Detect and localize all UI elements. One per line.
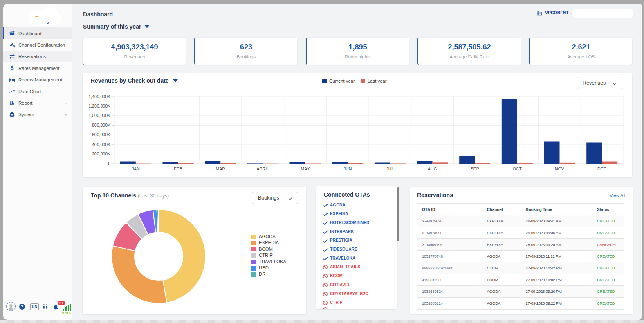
svg-text:AUG: AUG (428, 166, 437, 171)
svg-text:APRIL: APRIL (257, 166, 269, 171)
svg-text:JUL: JUL (386, 166, 394, 171)
svg-text:200,000K: 200,000K (92, 151, 110, 156)
svg-text:NOV: NOV (555, 166, 564, 171)
svg-text:DEC: DEC (597, 166, 607, 171)
svg-text:1,000,000K: 1,000,000K (88, 113, 110, 118)
svg-text:FEB: FEB (174, 166, 182, 171)
svg-text:$: $ (11, 65, 14, 71)
svg-text:0: 0 (108, 161, 110, 166)
svg-text:SEP: SEP (471, 166, 479, 171)
svg-text:JUN: JUN (343, 166, 352, 171)
svg-text:JAN: JAN (132, 166, 140, 171)
svg-text:OCT: OCT (513, 166, 522, 171)
svg-text:400,000K: 400,000K (92, 142, 110, 147)
svg-text:800,000K: 800,000K (92, 123, 110, 128)
svg-text:MAY: MAY (301, 166, 310, 171)
svg-text:600,000K: 600,000K (92, 132, 110, 137)
svg-text:MAR: MAR (216, 166, 226, 171)
svg-text:1,400,000K: 1,400,000K (88, 94, 110, 99)
svg-text:1,200,000K: 1,200,000K (88, 103, 110, 108)
